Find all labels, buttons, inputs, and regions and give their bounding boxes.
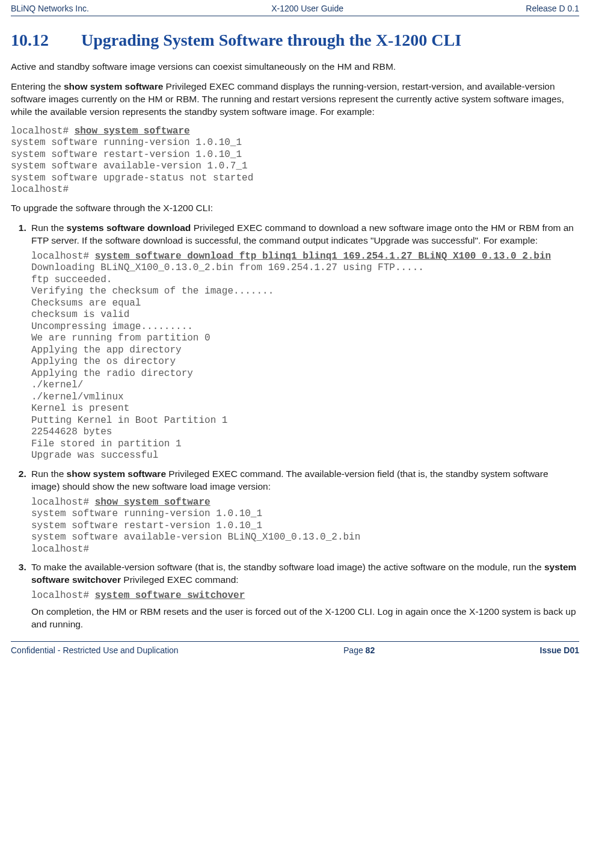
step2-code-body: system software running-version 1.0.10_1… (31, 508, 360, 555)
intro-p2-cmd: show system software (64, 81, 163, 91)
code1-command: show system software (75, 126, 190, 137)
footer-right: Issue D01 (540, 645, 579, 655)
step3-after-text: On completion, the HM or RBM resets and … (31, 606, 579, 631)
header-center: X-1200 User Guide (271, 4, 343, 13)
step3-code-command: system software switchover (95, 590, 245, 601)
step2-cmd: show system software (67, 469, 166, 479)
code1-body: system software running-version 1.0.10_1… (11, 137, 253, 195)
step1-code-command: system software download ftp blinq1 blin… (95, 251, 552, 262)
step3-text-a: To make the available-version software (… (31, 562, 544, 572)
step1-cmd: systems software download (67, 223, 191, 233)
intro-paragraph-2: Entering the show system software Privil… (11, 81, 579, 119)
step2-text-a: Run the (31, 469, 67, 479)
intro-paragraph-1: Active and standby software image versio… (11, 61, 579, 73)
step3-code-prompt: localhost# (31, 590, 95, 601)
footer-page-number: 82 (366, 645, 375, 655)
step1-code-body: Downloading BLiNQ_X100_0.13.0_2.bin from… (31, 262, 424, 461)
steps-list: Run the systems software download Privil… (11, 222, 579, 631)
code-block-1: localhost# show system software system s… (11, 126, 579, 196)
code1-prompt: localhost# (11, 126, 75, 137)
step3-text-c: Privileged EXEC command: (121, 574, 239, 585)
section-heading: 10.12 Upgrading System Software through … (11, 31, 579, 50)
page-footer: Confidential - Restricted Use and Duplic… (11, 641, 579, 661)
footer-center: Page 82 (343, 645, 375, 655)
header-right: Release D 0.1 (526, 4, 579, 13)
section-number: 10.12 (11, 31, 77, 50)
step3-code-block: localhost# system software switchover (31, 590, 579, 602)
step1-text-a: Run the (31, 223, 67, 233)
step-3: To make the available-version software (… (29, 561, 579, 630)
step1-code-block: localhost# system software download ftp … (31, 251, 579, 462)
step-2: Run the show system software Privileged … (29, 468, 579, 555)
footer-page-label: Page (343, 645, 366, 655)
footer-left: Confidential - Restricted Use and Duplic… (11, 645, 179, 655)
intro-p2-a: Entering the (11, 81, 64, 91)
upgrade-lead-in: To upgrade the software through the X-12… (11, 202, 579, 215)
step2-code-prompt: localhost# (31, 497, 95, 508)
step2-code-command: show system software (95, 497, 210, 508)
header-left: BLiNQ Networks Inc. (11, 4, 89, 13)
step2-code-block: localhost# show system software system s… (31, 497, 579, 556)
step1-code-prompt: localhost# (31, 251, 95, 262)
section-title-text: Upgrading System Software through the X-… (81, 31, 461, 49)
page-header: BLiNQ Networks Inc. X-1200 User Guide Re… (11, 0, 579, 16)
step-1: Run the systems software download Privil… (29, 222, 579, 462)
